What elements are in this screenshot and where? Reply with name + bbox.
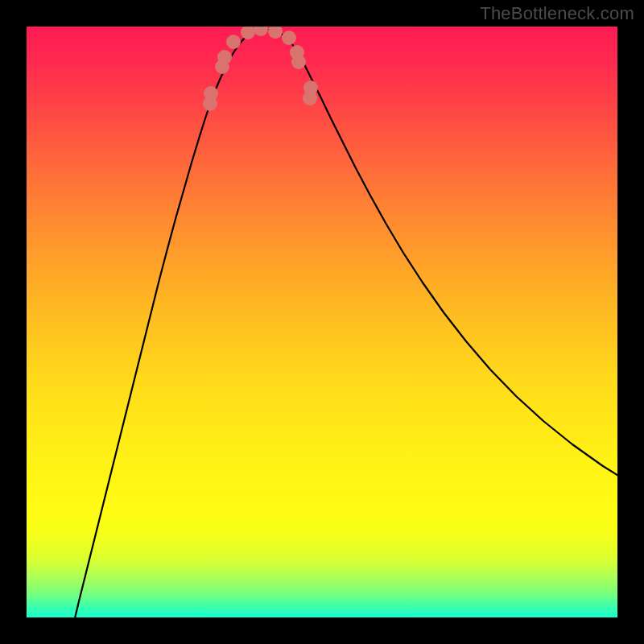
curve-marker	[303, 91, 317, 105]
curve-markers	[203, 27, 318, 111]
curve-marker	[226, 35, 241, 49]
chart-svg	[27, 27, 617, 617]
bottleneck-curve	[71, 30, 617, 617]
attribution-label: TheBottleneck.com	[480, 3, 634, 24]
plot-area	[27, 27, 617, 617]
curve-marker	[217, 50, 232, 64]
chart-frame: TheBottleneck.com	[0, 0, 644, 644]
curve-marker	[268, 27, 283, 39]
curve-marker	[204, 86, 218, 101]
curve-marker	[254, 27, 268, 36]
curve-marker	[282, 31, 296, 45]
curve-marker	[291, 55, 306, 69]
curve-marker	[241, 27, 255, 39]
